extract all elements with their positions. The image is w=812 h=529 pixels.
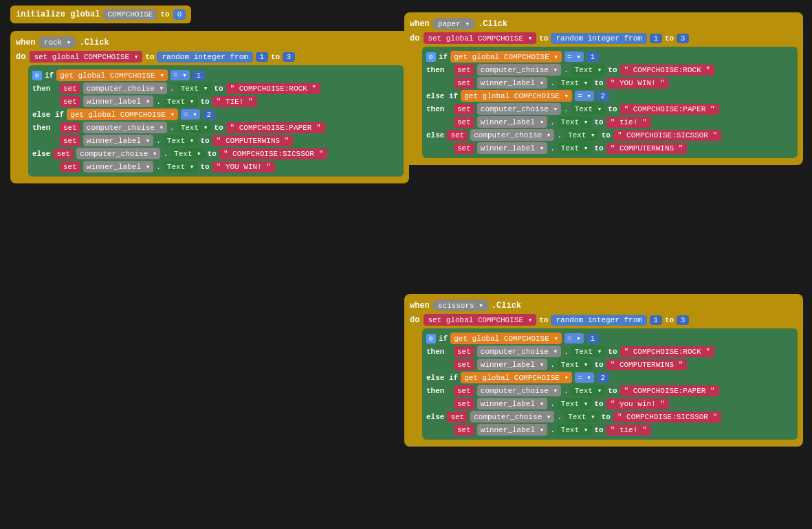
paper-text6: Text ▾	[558, 142, 592, 154]
scissors-str1: " COMPCHOISE:ROCK "	[620, 346, 714, 357]
paper-to-str2: to	[595, 79, 604, 87]
rock-set-comp2: set	[60, 122, 80, 133]
scissors-set-comp2: set	[454, 385, 474, 396]
rock-eq1-val: 1	[193, 71, 205, 80]
scissors-text1: Text ▾	[571, 346, 606, 357]
scissors-if: if	[439, 335, 448, 343]
paper-win1-name: winner_label ▾	[477, 77, 547, 89]
paper-set-win1: set	[454, 78, 474, 89]
scissors-text6: Text ▾	[558, 424, 592, 436]
paper-eq1: = ▾	[564, 52, 584, 62]
rock-to2: to	[271, 53, 280, 61]
paper-text5: Text ▾	[564, 129, 599, 141]
paper-set-win3: set	[454, 143, 474, 154]
rock-eq2-val: 2	[203, 110, 215, 120]
scissors-click: .Click	[492, 301, 521, 311]
paper-set-win2: set	[454, 117, 474, 128]
rock-get2: get global COMPCHOISE ▾	[67, 109, 178, 120]
paper-str1: " COMPCHOISE:ROCK "	[620, 65, 714, 76]
rock-do: do	[16, 52, 25, 62]
scissors-text4: Text ▾	[558, 398, 592, 409]
scissors-to1: to	[539, 316, 548, 324]
scissors-block: when scissors ▾ .Click do set global COM…	[404, 294, 803, 447]
scissors-to-val: 3	[677, 315, 689, 325]
rock-to-val: 3	[283, 52, 295, 62]
scissors-set-comp3: set	[447, 412, 468, 423]
scissors-set-comp1: set	[454, 346, 474, 357]
scissors-str3: " COMPCHOISE:PAPER "	[620, 385, 719, 396]
rock-to-str3: to	[214, 124, 223, 132]
paper-comp2-name: computer_choise ▾	[477, 103, 561, 115]
scissors-then2: then	[426, 387, 451, 395]
scissors-to-str6: to	[595, 426, 604, 434]
init-to: to	[160, 10, 169, 19]
paper-gear: ⚙	[426, 52, 436, 62]
rock-eq2: = ▾	[181, 109, 200, 120]
rock-str6: " YOU WIN! "	[212, 161, 275, 172]
paper-to-str3: to	[608, 105, 617, 113]
scissors-str4: " you win! "	[606, 398, 669, 409]
rock-text4: Text ▾	[164, 135, 198, 146]
rock-text5: Text ▾	[171, 148, 205, 159]
rock-str2: " TIE! "	[212, 96, 257, 107]
scissors-when: when	[410, 301, 430, 311]
paper-str6: " COMPUTERWINS "	[606, 143, 688, 154]
scissors-get1: get global COMPCHOISE ▾	[450, 333, 562, 344]
paper-set-comp1: set	[454, 65, 474, 76]
scissors-comp2-name: computer_choise ▾	[477, 385, 561, 396]
rock-to1: to	[145, 53, 154, 61]
scissors-from: 1	[650, 315, 662, 325]
rock-text2: Text ▾	[164, 95, 198, 107]
scissors-eq2: = ▾	[575, 372, 594, 383]
rock-set-comp1: set	[60, 83, 80, 94]
paper-to-str1: to	[608, 66, 617, 74]
scissors-then1: then	[426, 348, 451, 356]
paper-to-str6: to	[595, 144, 604, 153]
paper-str2: " YOU WIN! "	[606, 78, 669, 89]
scissors-do: do	[410, 315, 419, 325]
paper-eq1-val: 1	[586, 52, 599, 62]
paper-click: .Click	[478, 19, 507, 29]
init-block: initialize global COMPCHOISE to 0	[10, 5, 191, 23]
scissors-comp1-name: computer_choise ▾	[477, 346, 561, 357]
paper-set-comp3: set	[447, 130, 468, 141]
scissors-text2: Text ▾	[558, 359, 592, 370]
scissors-eq1: = ▾	[564, 333, 584, 344]
paper-text2: Text ▾	[558, 77, 592, 89]
paper-else: else	[426, 131, 444, 139]
rock-if: if	[45, 71, 54, 80]
scissors-str6: " tie! "	[606, 425, 651, 436]
rock-comp1-name: computer_choise ▾	[83, 82, 167, 94]
paper-str5: " COMPCHOISE:SICSSOR "	[613, 130, 721, 141]
rock-str4: " COMPUTERWINS "	[212, 135, 294, 146]
scissors-to2: to	[665, 316, 674, 324]
rock-else: else	[32, 150, 50, 158]
scissors-str5: " COMPCHOISE:SICSSOR "	[613, 412, 721, 423]
scissors-text3: Text ▾	[571, 385, 606, 396]
rock-set-win2: set	[60, 135, 80, 146]
scissors-win2-name: winner_label ▾	[477, 398, 547, 409]
paper-win2-name: winner_label ▾	[477, 116, 547, 128]
scissors-set-win1: set	[454, 359, 474, 370]
scissors-win1-name: winner_label ▾	[477, 359, 547, 370]
scissors-elseif: else if	[426, 374, 458, 382]
rock-comp2-name: computer_choise ▾	[83, 122, 167, 133]
scissors-to-str5: to	[602, 413, 611, 421]
rock-text3: Text ▾	[177, 122, 212, 133]
rock-when: when	[16, 38, 36, 47]
rock-set-win1: set	[60, 96, 80, 107]
paper-text3: Text ▾	[571, 103, 606, 115]
init-label: initialize global	[16, 10, 100, 19]
rock-eq1: = ▾	[171, 70, 190, 80]
scissors-get2: get global COMPCHOISE ▾	[461, 372, 572, 383]
paper-set-comp2: set	[454, 104, 474, 115]
scissors-set-win3: set	[454, 425, 474, 436]
rock-to-str2: to	[201, 98, 210, 106]
scissors-trigger: scissors ▾	[432, 300, 489, 311]
scissors-eq1-val: 1	[586, 334, 599, 344]
rock-set-win3: set	[60, 161, 80, 172]
rock-str3: " COMPCHOISE:PAPER "	[226, 122, 325, 133]
paper-block: when paper ▾ .Click do set global COMPCH…	[404, 12, 803, 165]
paper-get1: get global COMPCHOISE ▾	[450, 51, 562, 63]
paper-from: 1	[650, 34, 662, 43]
